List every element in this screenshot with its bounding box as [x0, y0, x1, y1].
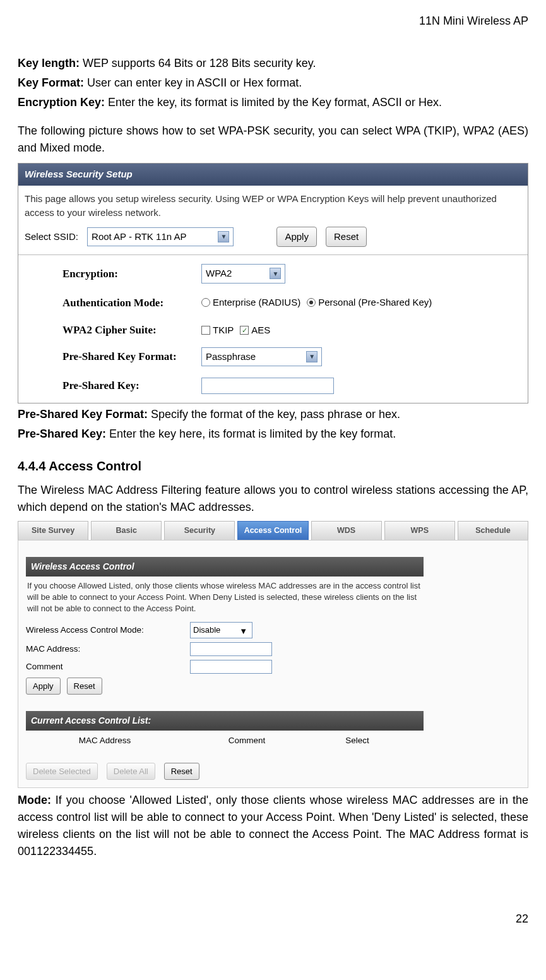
radio-icon [201, 298, 210, 307]
tab-security[interactable]: Security [164, 521, 235, 540]
reset-button[interactable]: Reset [67, 678, 102, 695]
select-access-mode[interactable]: Disable ▼ [190, 622, 252, 638]
tab-basic[interactable]: Basic [91, 521, 162, 540]
definition-key-length: Key length: WEP supports 64 Bits or 128 … [18, 55, 528, 72]
radio-personal[interactable]: Personal (Pre-Shared Key) [307, 296, 432, 310]
screenshot-access-control: Site Survey Basic Security Access Contro… [18, 521, 528, 788]
label-key-length: Key length: [18, 57, 80, 69]
table-header: MAC Address Comment Select [26, 731, 520, 751]
page-number: 22 [18, 911, 528, 928]
tab-bar: Site Survey Basic Security Access Contro… [18, 521, 528, 540]
paragraph-wpa-intro: The following picture shows how to set W… [18, 122, 528, 157]
delete-selected-button[interactable]: Delete Selected [26, 763, 98, 780]
definition-psk-format: Pre-Shared Key Format: Specify the forma… [18, 406, 528, 423]
label-mode-def: Mode: [18, 794, 51, 806]
panel-title-wireless-security: Wireless Security Setup [18, 164, 528, 186]
label-psk-format-def: Pre-Shared Key Format: [18, 408, 148, 421]
delete-all-button[interactable]: Delete All [107, 763, 155, 780]
select-encryption-value: WPA2 [206, 266, 232, 281]
text-psk-key-def: Enter the key here, its format is limite… [106, 427, 396, 440]
checkbox-label-tkip: TKIP [213, 323, 234, 338]
select-psk-format-value: Passphrase [206, 350, 256, 364]
label-access-mode: Wireless Access Control Mode: [26, 624, 190, 636]
paragraph-access-control: The Wireless MAC Address Filtering featu… [18, 482, 528, 516]
heading-access-control: 4.4.4 Access Control [18, 457, 528, 475]
label-psk-format: Pre-Shared Key Format: [62, 349, 201, 365]
reset-button[interactable]: Reset [326, 227, 367, 248]
panel-description-access: If you choose Allowed Listed, only those… [26, 577, 424, 619]
text-mode-def: If you choose 'Allowed Listed', only tho… [18, 794, 528, 858]
text-encryption-key: Enter the key, its format is limited by … [105, 96, 442, 109]
col-comment: Comment [184, 734, 310, 747]
text-psk-format-def: Specify the format of the key, pass phra… [148, 408, 400, 421]
tab-wps[interactable]: WPS [384, 521, 455, 540]
panel-title-current-list: Current Access Control List: [26, 711, 424, 731]
input-psk-key[interactable] [201, 378, 334, 394]
reset-button[interactable]: Reset [164, 763, 199, 780]
apply-button[interactable]: Apply [276, 227, 317, 248]
label-mac-address: MAC Address: [26, 643, 190, 655]
screenshot-wireless-security: Wireless Security Setup This page allows… [18, 163, 528, 403]
tab-schedule[interactable]: Schedule [458, 521, 528, 540]
checkbox-icon [201, 326, 210, 335]
definition-key-format: Key Format: User can enter key in ASCII … [18, 75, 528, 92]
radio-label-enterprise: Enterprise (RADIUS) [213, 296, 300, 310]
definition-psk-key: Pre-Shared Key: Enter the key here, its … [18, 426, 528, 443]
chevron-down-icon: ▼ [239, 625, 249, 635]
document-header: 11N Mini Wireless AP [18, 13, 528, 30]
tab-access-control[interactable]: Access Control [237, 521, 308, 540]
label-psk-key: Pre-Shared Key: [62, 378, 201, 394]
label-psk-key-def: Pre-Shared Key: [18, 427, 106, 440]
tab-wds[interactable]: WDS [311, 521, 382, 540]
checkbox-tkip[interactable]: TKIP [201, 323, 234, 338]
radio-label-personal: Personal (Pre-Shared Key) [318, 296, 432, 310]
label-encryption-key: Encryption Key: [18, 96, 105, 109]
select-encryption[interactable]: WPA2 ▼ [201, 264, 285, 284]
col-select: Select [310, 734, 405, 747]
chevron-down-icon: ▼ [306, 351, 318, 362]
label-cipher-suite: WPA2 Cipher Suite: [62, 322, 201, 338]
chevron-down-icon: ▼ [218, 231, 229, 242]
text-key-format: User can enter key in ASCII or Hex forma… [84, 76, 302, 89]
select-ssid-value: Root AP - RTK 11n AP [92, 230, 186, 244]
radio-enterprise[interactable]: Enterprise (RADIUS) [201, 296, 300, 310]
select-ssid[interactable]: Root AP - RTK 11n AP ▼ [87, 227, 234, 247]
select-access-mode-value: Disable [193, 624, 220, 636]
input-mac-address[interactable] [190, 642, 272, 656]
input-comment[interactable] [190, 660, 272, 674]
tab-site-survey[interactable]: Site Survey [18, 521, 88, 540]
panel-title-access-control: Wireless Access Control [26, 557, 424, 577]
label-select-ssid: Select SSID: [25, 230, 78, 244]
label-auth-mode: Authentication Mode: [62, 295, 201, 311]
checkbox-label-aes: AES [251, 323, 270, 338]
radio-icon-checked [307, 298, 316, 307]
apply-button[interactable]: Apply [26, 678, 61, 695]
select-psk-format[interactable]: Passphrase ▼ [201, 347, 322, 367]
label-comment: Comment [26, 660, 190, 673]
definition-mode: Mode: If you choose 'Allowed Listed', on… [18, 792, 528, 860]
checkbox-icon-checked: ✓ [240, 326, 249, 335]
chevron-down-icon: ▼ [270, 268, 281, 279]
label-key-format: Key Format: [18, 76, 84, 89]
panel-description: This page allows you setup wireless secu… [18, 186, 528, 224]
checkbox-aes[interactable]: ✓ AES [240, 323, 270, 338]
col-mac-address: MAC Address [26, 734, 184, 747]
label-encryption: Encryption: [62, 266, 201, 282]
text-key-length: WEP supports 64 Bits or 128 Bits securit… [80, 57, 316, 69]
definition-encryption-key: Encryption Key: Enter the key, its forma… [18, 94, 528, 111]
